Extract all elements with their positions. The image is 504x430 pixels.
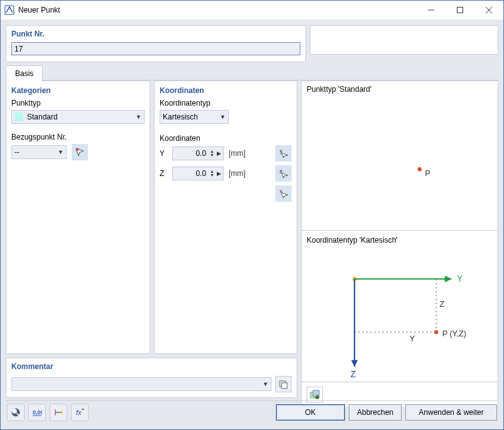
coord-row-z: Z 0.0 ▲▼ ▶ [mm] z xyxy=(160,165,292,182)
tab-basis-label: Basis xyxy=(15,69,33,78)
chevron-down-icon: ▼ xyxy=(220,114,226,120)
tabstrip: Basis xyxy=(6,65,498,80)
svg-text:Z: Z xyxy=(439,300,444,309)
abbrechen-label: Abbrechen xyxy=(357,408,393,417)
svg-text:fx: fx xyxy=(76,409,82,416)
ok-button[interactable]: OK xyxy=(276,404,345,421)
kommentar-library-button[interactable] xyxy=(275,376,292,392)
svg-rect-33 xyxy=(282,383,287,389)
toolbar-dimensions-button[interactable] xyxy=(50,404,67,421)
coord-y-input[interactable]: 0.0 ▲▼ ▶ xyxy=(172,146,224,160)
punktnr-label: Punkt Nr. xyxy=(11,30,300,38)
coord-y-value: 0.0 xyxy=(175,149,207,158)
punkttyp-value: Standard xyxy=(27,113,136,121)
koordinaten-label: Koordinaten xyxy=(160,134,292,143)
punktnr-panel: Punkt Nr. xyxy=(6,25,306,62)
kommentar-title: Kommentar xyxy=(11,362,292,371)
client-area: Punkt Nr. Basis Kategorien Punkttyp xyxy=(1,20,503,429)
top-right-preview xyxy=(310,25,498,55)
svg-text:Z: Z xyxy=(351,370,356,380)
tab-basis[interactable]: Basis xyxy=(6,65,43,81)
koordinatentyp-label: Koordinatentyp xyxy=(160,99,292,108)
pick-point-button[interactable] xyxy=(275,185,292,202)
ok-label: OK xyxy=(305,408,315,417)
bezugspunkt-value: -- xyxy=(14,148,58,157)
coord-row-y: Y 0.0 ▲▼ ▶ [mm] y xyxy=(160,145,292,162)
punkttyp-preview: P xyxy=(307,96,493,229)
punkttyp-swatch xyxy=(14,113,23,121)
koordinaten-panel: Koordinaten Koordinatentyp Kartesisch ▼ … xyxy=(154,80,297,354)
svg-marker-21 xyxy=(351,360,358,367)
right-illustration-panel: Punkttyp 'Standard' P Koordinatentyp 'Ka… xyxy=(301,80,498,408)
window-title: Neuer Punkt xyxy=(18,6,60,14)
koordtyp-preview: Y Z Y Z xyxy=(307,247,493,380)
kategorien-title: Kategorien xyxy=(11,86,145,95)
minimize-button[interactable] xyxy=(417,1,446,19)
svg-point-35 xyxy=(12,409,17,414)
toolbar-help-button[interactable] xyxy=(7,404,25,421)
pick-z-button[interactable]: z xyxy=(275,165,292,182)
svg-point-15 xyxy=(418,167,422,171)
chevron-down-icon: ▼ xyxy=(58,149,63,155)
pick-bezugspunkt-button[interactable] xyxy=(72,144,88,160)
coord-y-label: Y xyxy=(160,149,167,158)
svg-text:Y: Y xyxy=(410,335,415,344)
coord-z-value: 0.0 xyxy=(175,169,207,178)
coord-y-unit: [mm] xyxy=(229,149,246,158)
kommentar-combo[interactable]: ▼ xyxy=(11,377,271,391)
koordinatentyp-value: Kartesisch xyxy=(163,113,220,121)
anwenden-label: Anwenden & weiter xyxy=(419,408,483,417)
coord-z-unit: [mm] xyxy=(229,169,246,178)
coord-z-label: Z xyxy=(160,169,167,178)
toolbar-function-button[interactable]: fx xyxy=(71,404,89,421)
koordtyp-preview-title: Koordinatentyp 'Kartesisch' xyxy=(307,236,493,245)
svg-marker-18 xyxy=(445,276,452,283)
koordinaten-title: Koordinaten xyxy=(160,86,292,95)
spinner-arrows-icon[interactable]: ▲▼ xyxy=(210,150,214,157)
svg-text:Y: Y xyxy=(457,274,463,284)
spinner-arrows-icon[interactable]: ▲▼ xyxy=(210,170,214,177)
svg-rect-2 xyxy=(457,8,463,13)
kategorien-panel: Kategorien Punkttyp Standard ▼ Bezugspun… xyxy=(6,80,150,354)
chevron-down-icon: ▼ xyxy=(136,114,141,120)
dialog-neuer-punkt: Neuer Punkt Punkt Nr. Basis xyxy=(0,0,504,430)
punkttyp-combo[interactable]: Standard ▼ xyxy=(11,110,145,124)
coord-z-input[interactable]: 0.0 ▲▼ ▶ xyxy=(172,167,224,180)
bezugspunkt-combo[interactable]: -- ▼ xyxy=(11,145,67,159)
close-button[interactable] xyxy=(474,1,503,19)
svg-point-27 xyxy=(434,331,438,334)
svg-rect-30 xyxy=(313,390,319,396)
toolbar-units-button[interactable]: 0,00 xyxy=(28,404,46,421)
punkttyp-preview-title: Punkttyp 'Standard' xyxy=(307,85,493,94)
punktnr-input[interactable] xyxy=(11,42,300,55)
svg-point-41 xyxy=(60,411,63,414)
pick-y-button[interactable]: y xyxy=(275,145,292,162)
maximize-button[interactable] xyxy=(446,1,474,19)
svg-text:P (Y,Z): P (Y,Z) xyxy=(442,329,466,338)
chevron-down-icon: ▼ xyxy=(263,381,268,387)
apply-arrow-icon[interactable]: ▶ xyxy=(217,170,221,177)
app-icon xyxy=(4,5,14,15)
kommentar-panel: Kommentar ▼ xyxy=(6,358,297,398)
abbrechen-button[interactable]: Abbrechen xyxy=(349,404,402,421)
p-label: P xyxy=(425,169,430,178)
apply-arrow-icon[interactable]: ▶ xyxy=(217,150,221,157)
koordinatentyp-combo[interactable]: Kartesisch ▼ xyxy=(160,110,229,124)
punkttyp-label: Punkttyp xyxy=(11,99,145,108)
svg-text:0,00: 0,00 xyxy=(33,409,42,416)
anwenden-button[interactable]: Anwenden & weiter xyxy=(405,404,497,421)
titlebar: Neuer Punkt xyxy=(1,1,503,20)
dialog-footer: 0,00 fx OK Abbrechen Anwenden & weiter xyxy=(6,400,498,424)
bezugspunkt-label: Bezugspunkt Nr. xyxy=(11,133,145,141)
